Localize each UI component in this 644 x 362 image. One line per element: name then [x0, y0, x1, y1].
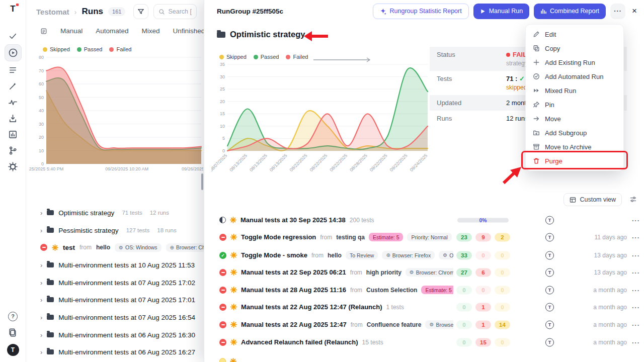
more-actions-button[interactable]: ···: [610, 4, 625, 19]
group-row[interactable]: › Multi-environment tests at 07 Aug 2025…: [40, 309, 195, 326]
run-title[interactable]: Toggle Mode - smoke: [241, 251, 307, 259]
menu-item-pin[interactable]: Pin: [526, 98, 623, 112]
run-title[interactable]: Toggle Mode regression: [241, 233, 316, 241]
group-title[interactable]: Multi-environment tests at 07 Aug 2025 1…: [58, 279, 195, 287]
run-env-icon[interactable]: T: [545, 216, 554, 224]
run-title[interactable]: Manual tests at 28 Aug 2025 11:16: [241, 286, 346, 294]
search-input[interactable]: Search [: [153, 4, 197, 19]
chevron-right-icon[interactable]: ›: [40, 296, 42, 304]
tab-manual[interactable]: Manual: [60, 27, 83, 35]
group-row[interactable]: › Multi-environment tests at 10 Aug 2025…: [40, 256, 195, 274]
close-panel-icon[interactable]: ×: [632, 6, 637, 16]
run-row[interactable]: Manual tests at 22 Aug 2025 12:47 (Relau…: [204, 298, 644, 316]
tab-mixed[interactable]: Mixed: [142, 27, 160, 35]
tests-check-icon[interactable]: [5, 28, 22, 43]
run-menu-icon[interactable]: ···: [632, 321, 640, 328]
run-title[interactable]: Manual tests at 22 Sep 2025 06:21: [241, 268, 346, 276]
view-options-icon[interactable]: [629, 196, 637, 205]
run-title[interactable]: Manual tests at 22 Aug 2025 12:47: [241, 321, 347, 328]
run-source[interactable]: testing qa: [336, 234, 365, 241]
group-row[interactable]: › Multi-environment tests at 07 Aug 2025…: [40, 291, 195, 308]
wand-icon[interactable]: [5, 78, 22, 94]
chevron-right-icon[interactable]: ›: [40, 261, 42, 269]
user-avatar[interactable]: T: [7, 344, 19, 356]
run-row[interactable]: Manual tests at 22 Sep 2025 06:21 from h…: [204, 263, 644, 281]
chevron-right-icon[interactable]: ›: [40, 279, 42, 287]
run-menu-icon[interactable]: ···: [632, 268, 640, 276]
run-row[interactable]: Manual tests at 22 Aug 2025 12:47 from C…: [204, 316, 644, 333]
run-title[interactable]: Manual tests at 30 Sep 2025 14:38: [240, 216, 346, 224]
tab-automated[interactable]: Automated: [96, 27, 128, 35]
run-menu-icon[interactable]: ···: [632, 251, 640, 259]
run-env-icon[interactable]: T: [545, 303, 554, 311]
run-row[interactable]: Toggle Mode regression from testing qa E…: [204, 228, 644, 246]
run-title[interactable]: test: [63, 244, 75, 251]
run-source[interactable]: hello: [96, 244, 110, 251]
menu-item-purge[interactable]: Purge: [526, 154, 623, 168]
chevron-right-icon[interactable]: ›: [40, 331, 42, 339]
menu-item-move-to-archive[interactable]: Move to Archive: [526, 140, 623, 154]
run-env-icon[interactable]: T: [545, 338, 554, 346]
docs-icon[interactable]: [5, 325, 22, 340]
custom-view-button[interactable]: Custom view: [564, 193, 622, 206]
settings-gear-icon[interactable]: [5, 159, 22, 174]
analytics-pulse-icon[interactable]: [5, 95, 22, 110]
group-title[interactable]: Pessimistic strategy: [58, 227, 118, 234]
group-title[interactable]: Multi-environment tests at 07 Aug 2025 1…: [58, 296, 195, 304]
run-env-icon[interactable]: T: [545, 320, 554, 329]
menu-item-edit[interactable]: Edit: [526, 27, 623, 41]
run-row[interactable]: Manual tests at 30 Sep 2025 14:38 200 te…: [204, 211, 644, 229]
run-row[interactable]: Advanced Relaunch failed (Relaunch) 15 t…: [204, 333, 644, 351]
run-title[interactable]: Advanced Relaunch failed (Relaunch): [241, 338, 358, 346]
import-icon[interactable]: [5, 111, 22, 126]
branch-icon[interactable]: [5, 143, 22, 158]
run-menu-icon[interactable]: ···: [632, 338, 640, 346]
menu-item-mixed-run[interactable]: Mixed Run: [526, 83, 623, 98]
group-row[interactable]: › Multi-environment tests at 06 Aug 2025…: [40, 326, 195, 343]
run-menu-icon[interactable]: ···: [632, 216, 640, 224]
run-row-partial[interactable]: [204, 352, 644, 362]
group-title[interactable]: Multi-environment tests at 10 Aug 2025 1…: [58, 261, 195, 269]
chevron-right-icon[interactable]: ›: [40, 348, 42, 356]
menu-item-add-automated-run[interactable]: Add Automated Run: [526, 69, 623, 83]
filter-button[interactable]: [133, 4, 148, 19]
run-row[interactable]: Manual tests at 28 Aug 2025 11:16 from C…: [204, 281, 644, 299]
run-menu-icon[interactable]: ···: [632, 303, 640, 311]
rungroup-statistic-report-button[interactable]: Rungroup Statistic Report: [373, 4, 469, 19]
run-source[interactable]: Custom Selection: [366, 287, 417, 294]
menu-item-move[interactable]: Move: [526, 112, 623, 126]
group-row[interactable]: › Optimistic strategy 71 tests 12 runs: [40, 204, 169, 221]
group-title[interactable]: Multi-environment tests at 07 Aug 2025 1…: [58, 314, 195, 321]
run-row[interactable]: test from hello ⚙OS: Windows ⊕Browser: C…: [40, 239, 221, 256]
plans-list-icon[interactable]: [5, 62, 22, 77]
run-env-icon[interactable]: T: [545, 251, 554, 259]
run-env-icon[interactable]: T: [545, 268, 554, 277]
run-env-icon[interactable]: T: [545, 286, 554, 294]
reports-icon[interactable]: [5, 127, 22, 142]
run-menu-icon[interactable]: ···: [632, 233, 640, 241]
app-logo-icon[interactable]: T: [10, 4, 15, 14]
scrollbar-thumb[interactable]: [201, 173, 203, 190]
group-title[interactable]: Optimistic strategy: [58, 209, 114, 217]
run-menu-icon[interactable]: ···: [632, 286, 640, 294]
menu-item-add-subgroup[interactable]: Add Subgroup: [526, 126, 623, 140]
chevron-right-icon[interactable]: ›: [40, 227, 42, 234]
runs-play-icon[interactable]: [5, 44, 22, 61]
menu-item-copy[interactable]: Copy: [526, 41, 623, 55]
manual-run-button[interactable]: Manual Run: [473, 4, 529, 19]
chevron-right-icon[interactable]: ›: [40, 314, 42, 321]
tab-unfinished[interactable]: Unfinished: [173, 27, 205, 35]
group-row[interactable]: › Pessimistic strategy 127 tests 18 runs: [40, 222, 177, 239]
run-source[interactable]: hello: [328, 252, 342, 259]
group-row[interactable]: › Multi-environment tests at 06 Aug 2025…: [40, 343, 195, 360]
group-title[interactable]: Multi-environment tests at 06 Aug 2025 1…: [58, 331, 195, 339]
combined-report-button[interactable]: Combined Report: [534, 4, 606, 19]
run-row[interactable]: ✓ Toggle Mode - smoke from hello To Revi…: [204, 246, 644, 264]
group-title[interactable]: Multi-environment tests at 06 Aug 2025 1…: [58, 348, 195, 356]
run-source[interactable]: high priority: [366, 269, 401, 276]
menu-item-add-existing-run[interactable]: Add Existing Run: [526, 55, 623, 69]
help-icon[interactable]: ?: [5, 309, 22, 324]
group-row[interactable]: › Multi-environment tests at 07 Aug 2025…: [40, 274, 195, 291]
brand-name[interactable]: Testomat: [36, 8, 69, 16]
run-env-icon[interactable]: T: [545, 233, 554, 241]
